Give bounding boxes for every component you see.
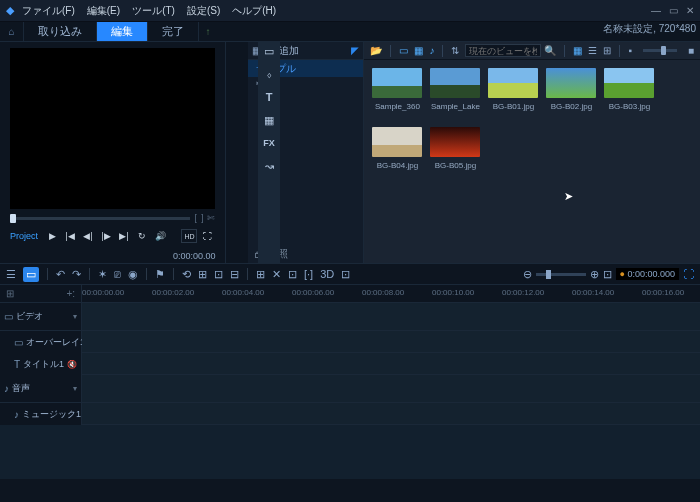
transition-icon[interactable]: ⬨ [261, 67, 277, 81]
tab-share[interactable]: 完了 [148, 22, 199, 41]
fullscreen-button[interactable]: ⛶ [199, 229, 215, 243]
thumbnail[interactable]: Sample_Lake [430, 68, 480, 111]
track-header[interactable]: ♪音声▾ [0, 375, 82, 402]
split-icon[interactable]: ✄ [207, 213, 215, 223]
ruler-ticks[interactable]: 00:00:00.0000:00:02.0000:00:04.0000:00:0… [82, 285, 700, 302]
ruler-menu-icon[interactable]: ⊞ [6, 288, 14, 299]
repeat-button[interactable]: ↻ [134, 229, 150, 243]
menu-tools[interactable]: ツール(T) [132, 4, 175, 18]
menu-file[interactable]: ファイル(F) [22, 4, 75, 18]
home-icon[interactable]: ⌂ [0, 22, 24, 41]
preview-screen[interactable] [10, 48, 215, 209]
path-icon[interactable]: ↝ [261, 159, 277, 173]
thumbnail[interactable]: BG-B03.jpg [604, 68, 654, 111]
filter-icon[interactable]: FX [261, 136, 277, 150]
track-header[interactable]: ♪ミュージック1🔇 [0, 403, 82, 425]
view-thumb-icon[interactable]: ▦ [573, 45, 582, 56]
tool-i-icon[interactable]: ⊡ [341, 268, 350, 281]
tool-b-icon[interactable]: ⊞ [198, 268, 207, 281]
minimize-button[interactable]: — [651, 5, 661, 16]
preview-scrubber[interactable] [10, 217, 190, 220]
chevron-down-icon[interactable]: ▾ [73, 312, 77, 321]
play-button[interactable]: ▶ [44, 229, 60, 243]
filter-video-icon[interactable]: ▭ [399, 45, 408, 56]
preview-timecode: 0:00:00.00 [0, 251, 225, 263]
redo-icon[interactable]: ↷ [72, 268, 81, 281]
tool-3d-icon[interactable]: 3D [320, 268, 334, 280]
track-header[interactable]: ▭オーバーレイ1🔇 [0, 331, 82, 353]
import-icon[interactable]: 📂 [370, 45, 382, 56]
tl-zoom-out-icon[interactable]: ⊖ [523, 268, 532, 281]
thumbnail-image [430, 127, 480, 157]
timeline-view-icon[interactable]: ▭ [23, 267, 39, 282]
track-lane[interactable] [82, 375, 700, 402]
thumbnail-name: BG-B02.jpg [544, 102, 598, 111]
mark-in-icon[interactable]: [ [194, 213, 197, 223]
mixer-icon[interactable]: ⎚ [114, 268, 121, 280]
view-detail-icon[interactable]: ⊞ [603, 45, 611, 56]
corner-toggle-icon[interactable]: ◤ [351, 45, 359, 56]
tl-expand-icon[interactable]: ⛶ [683, 268, 694, 280]
thumbnail[interactable]: BG-B04.jpg [372, 127, 422, 170]
marker-icon[interactable]: ⚑ [155, 268, 165, 281]
thumb-size-slider[interactable] [643, 49, 677, 52]
thumbnail[interactable]: BG-B02.jpg [546, 68, 596, 111]
tool-e-icon[interactable]: ⊞ [256, 268, 265, 281]
home-button[interactable]: |◀ [62, 229, 78, 243]
menu-edit[interactable]: 編集(E) [87, 4, 120, 18]
thumbnail[interactable]: Sample_360 [372, 68, 422, 111]
maximize-button[interactable]: ▭ [669, 5, 678, 16]
mute-icon[interactable]: 🔇 [67, 360, 77, 369]
tab-edit[interactable]: 編集 [97, 22, 148, 41]
tool-a-icon[interactable]: ⟲ [182, 268, 191, 281]
media-icon[interactable]: ▭ [261, 44, 277, 58]
storyboard-view-icon[interactable]: ☰ [6, 268, 16, 281]
menu-help[interactable]: ヘルプ(H) [232, 4, 276, 18]
view-list-icon[interactable]: ☰ [588, 45, 597, 56]
filter-audio-icon[interactable]: ♪ [429, 45, 434, 56]
tool-h-icon[interactable]: [·] [304, 268, 313, 280]
close-button[interactable]: ✕ [686, 5, 694, 16]
thumbnail-image [372, 127, 422, 157]
zoom-out-icon[interactable]: ▪ [628, 45, 632, 56]
tool-c-icon[interactable]: ⊡ [214, 268, 223, 281]
thumbnail[interactable]: BG-B01.jpg [488, 68, 538, 111]
track-lane[interactable] [82, 331, 700, 352]
search-input[interactable] [465, 44, 541, 57]
tab-capture[interactable]: 取り込み [24, 22, 97, 41]
prev-frame-button[interactable]: ◀| [80, 229, 96, 243]
track-header[interactable]: Tタイトル1🔇 [0, 353, 82, 375]
volume-button[interactable]: 🔊 [152, 229, 168, 243]
tool-d-icon[interactable]: ⊟ [230, 268, 239, 281]
title-icon[interactable]: T [261, 90, 277, 104]
ruler-tick: 00:00:12.00 [502, 288, 544, 297]
tl-fit-icon[interactable]: ⊡ [603, 268, 612, 281]
tool-f-icon[interactable]: ✕ [272, 268, 281, 281]
tool-settings-icon[interactable]: ✶ [98, 268, 107, 281]
track-lane[interactable] [82, 353, 700, 374]
track-header[interactable]: ▭ビデオ▾ [0, 303, 82, 330]
next-frame-button[interactable]: |▶ [98, 229, 114, 243]
zoom-in-icon[interactable]: ■ [688, 45, 694, 56]
thumbnail-grid: ➤ Sample_360Sample_LakeBG-B01.jpgBG-B02.… [364, 60, 700, 263]
record-icon[interactable]: ◉ [128, 268, 138, 281]
thumbnail[interactable]: BG-B05.jpg [430, 127, 480, 170]
sort-icon[interactable]: ⇅ [451, 45, 459, 56]
end-button[interactable]: ▶| [116, 229, 132, 243]
preview-panel: []✄ Project ▶ |◀ ◀| |▶ ▶| ↻ 🔊 HD ⛶ 0:00:… [0, 42, 226, 263]
track-lane[interactable] [82, 303, 700, 330]
mark-out-icon[interactable]: ] [201, 213, 204, 223]
filter-photo-icon[interactable]: ▦ [414, 45, 423, 56]
tl-zoom-slider[interactable] [536, 273, 586, 276]
menu-settings[interactable]: 設定(S) [187, 4, 220, 18]
graphic-icon[interactable]: ▦ [261, 113, 277, 127]
ruler-add-icon[interactable]: +: [66, 288, 75, 299]
search-icon[interactable]: 🔍 [544, 45, 556, 56]
chevron-down-icon[interactable]: ▾ [73, 384, 77, 393]
track-lane[interactable] [82, 403, 700, 424]
undo-icon[interactable]: ↶ [56, 268, 65, 281]
hd-toggle[interactable]: HD [181, 229, 197, 243]
next-step-icon[interactable]: ↑ [199, 22, 217, 41]
tl-zoom-in-icon[interactable]: ⊕ [590, 268, 599, 281]
tool-g-icon[interactable]: ⊡ [288, 268, 297, 281]
